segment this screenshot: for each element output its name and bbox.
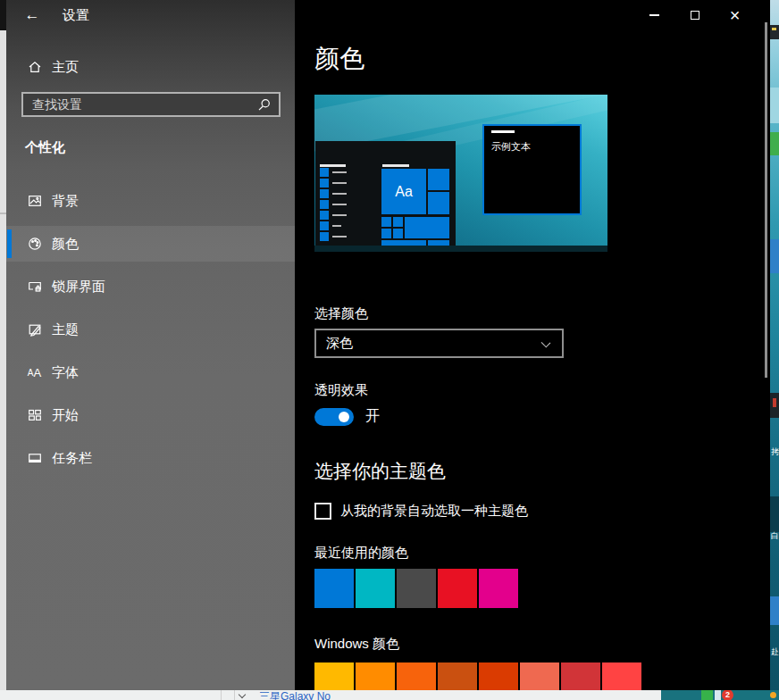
desktop-fragment (0, 212, 6, 214)
lockscreen-icon (27, 279, 42, 295)
desktop-fragment (770, 496, 779, 532)
maximize-icon (691, 11, 699, 20)
taskbar-icon (27, 451, 42, 466)
background-icon (27, 194, 42, 209)
background-window-fragment: 三星Galaxy No (0, 690, 661, 700)
background-window-strip: 三星Galaxy No 2 (0, 690, 779, 700)
start-icon (27, 408, 42, 423)
sidebar-item-label: 字体 (52, 364, 79, 381)
desktop-icon-label-fragment: 赴 (771, 648, 779, 656)
scrollbar-thumb[interactable] (765, 22, 767, 378)
settings-window: ← 设置 主页 个性化 背景 (6, 0, 770, 690)
themes-icon (27, 322, 42, 338)
dropdown-value: 深色 (326, 335, 353, 352)
sidebar-item-colors[interactable]: 颜色 (6, 226, 295, 262)
sidebar-item-home[interactable]: 主页 (6, 54, 295, 80)
color-swatch[interactable] (314, 662, 354, 690)
close-icon: × (730, 6, 741, 24)
desktop-fragment (770, 596, 779, 625)
search-box[interactable] (21, 92, 281, 117)
recent-colors-label: 最近使用的颜色 (314, 545, 408, 562)
chevron-icon (239, 691, 246, 698)
color-swatch[interactable] (356, 662, 395, 690)
color-swatch[interactable] (397, 662, 436, 690)
desktop-left-sliver (0, 0, 6, 700)
sidebar-item-taskbar[interactable]: 任务栏 (6, 440, 295, 476)
color-swatch[interactable] (479, 662, 518, 690)
recent-colors (314, 569, 518, 608)
auto-accent-row: 从我的背景自动选取一种主题色 (314, 503, 528, 520)
window-controls: × (634, 0, 755, 29)
auto-accent-label: 从我的背景自动选取一种主题色 (340, 503, 528, 520)
chevron-down-icon (541, 338, 551, 348)
color-swatch[interactable] (356, 569, 395, 608)
color-swatch[interactable] (479, 569, 518, 608)
color-swatch[interactable] (520, 662, 559, 690)
app-title: 设置 (63, 7, 89, 24)
notification-badge: 2 (722, 690, 733, 700)
sidebar-item-label: 任务栏 (52, 450, 92, 467)
color-swatch[interactable] (314, 569, 354, 608)
desktop-fragment (770, 132, 779, 155)
windows-colors (314, 662, 641, 690)
transparency-row: 开 (314, 407, 380, 426)
sidebar-item-label: 颜色 (52, 236, 79, 253)
desktop-fragment (773, 398, 776, 407)
color-swatch[interactable] (561, 662, 600, 690)
desktop-fragment (772, 28, 776, 30)
palette-icon (27, 237, 42, 252)
content-pane: × 颜色 Aa (295, 0, 770, 690)
transparency-label: 透明效果 (314, 382, 368, 399)
accent-heading: 选择你的主题色 (314, 459, 446, 484)
desktop-fragment (770, 239, 779, 273)
color-mode-dropdown[interactable]: 深色 (314, 329, 564, 358)
minimize-button[interactable] (634, 0, 674, 29)
screen: ← 设置 主页 个性化 背景 (0, 0, 779, 700)
home-label: 主页 (52, 59, 79, 76)
sample-text: 示例文本 (491, 140, 531, 154)
sidebar-item-background[interactable]: 背景 (6, 183, 295, 219)
color-swatch[interactable] (397, 569, 436, 608)
fonts-icon: AA (27, 365, 42, 380)
sidebar-item-fonts[interactable]: AA 字体 (6, 354, 295, 390)
sidebar: ← 设置 主页 个性化 背景 (6, 0, 295, 690)
search-input[interactable] (23, 94, 257, 115)
sidebar-item-start[interactable]: 开始 (6, 397, 295, 433)
sidebar-item-lockscreen[interactable]: 锁屏界面 (6, 269, 295, 304)
theme-preview: Aa 示例文本 (314, 95, 607, 252)
galaxy-link[interactable]: 三星Galaxy No (259, 691, 331, 700)
preview-sample-window: 示例文本 (482, 124, 582, 215)
color-swatch[interactable] (438, 569, 477, 608)
color-swatch[interactable] (438, 662, 477, 690)
search-icon[interactable] (257, 98, 271, 112)
desktop-edge-sliver: 拷 白 赴 (770, 0, 779, 700)
desktop-icon-label-fragment: 拷 (771, 448, 779, 456)
color-swatch[interactable] (602, 662, 641, 690)
home-icon (27, 60, 42, 75)
choose-color-label: 选择颜色 (314, 305, 368, 322)
toggle-knob (339, 412, 349, 422)
sidebar-nav: 背景 颜色 锁屏界面 (6, 183, 295, 483)
sidebar-item-label: 主题 (52, 321, 79, 338)
windows-colors-label: Windows 颜色 (314, 636, 399, 653)
taskbar-icon-fragment (701, 690, 713, 700)
transparency-toggle[interactable] (314, 408, 354, 426)
taskbar-fragment: 2 (661, 690, 779, 700)
sidebar-section-title: 个性化 (25, 139, 65, 156)
selection-indicator (7, 229, 12, 258)
desktop-icon-label-fragment: 白 (771, 532, 779, 540)
preview-start-menu: Aa (315, 141, 456, 246)
toggle-state-label: 开 (365, 407, 380, 426)
preview-taskbar (314, 246, 607, 252)
back-button[interactable]: ← (19, 4, 46, 27)
close-button[interactable]: × (715, 0, 755, 29)
sidebar-item-label: 背景 (52, 193, 79, 210)
auto-accent-checkbox[interactable] (314, 503, 331, 520)
taskbar-icon-fragment (715, 690, 721, 700)
minimize-icon (649, 14, 659, 16)
page-title: 颜色 (314, 42, 364, 76)
maximize-button[interactable] (674, 0, 715, 29)
preview-tile-aa: Aa (381, 169, 426, 214)
sidebar-item-themes[interactable]: 主题 (6, 312, 295, 347)
sidebar-item-label: 锁屏界面 (52, 279, 105, 296)
